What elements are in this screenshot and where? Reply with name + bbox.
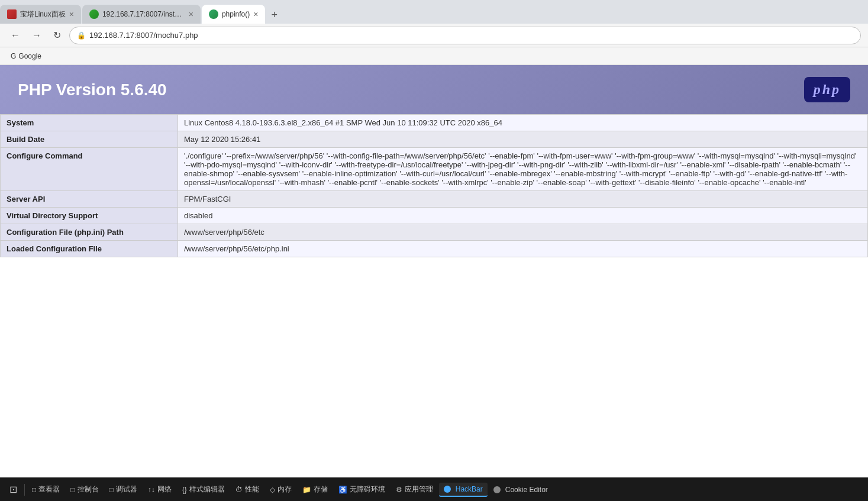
- devtools-console[interactable]: □ 控制台: [66, 482, 103, 497]
- devtools-app-manager[interactable]: ⚙ 应用管理: [391, 482, 438, 497]
- hackbar-icon: [444, 486, 451, 493]
- table-value: /www/server/php/56/etc: [178, 224, 868, 241]
- table-row: Configuration File (php.ini) Path/www/se…: [1, 224, 868, 241]
- address-bar[interactable]: 🔒 192.168.7.17:8007/mochu7.php: [69, 27, 861, 44]
- tab-close-install[interactable]: ×: [189, 9, 193, 19]
- table-value: FPM/FastCGI: [178, 191, 868, 208]
- table-key: Server API: [1, 191, 178, 208]
- table-row: Configure Command'./configure' '--prefix…: [1, 148, 868, 191]
- php-version: PHP Version 5.6.40: [18, 80, 167, 99]
- cookie-icon: [493, 486, 501, 493]
- bookmarks-bar: G Google: [0, 47, 868, 65]
- tab-install[interactable]: 192.168.7.17:8007/install/ind ×: [82, 5, 201, 24]
- table-row: Server APIFPM/FastCGI: [1, 191, 868, 208]
- devtools-cookie-editor[interactable]: Cookie Editor: [489, 483, 553, 496]
- tab-close-phpinfo[interactable]: ×: [253, 9, 258, 19]
- tab-icon-phpinfo: [209, 9, 218, 19]
- tab-label-baidu: 宝塔Linux面板: [20, 9, 66, 20]
- refresh-button[interactable]: ↻: [50, 28, 64, 42]
- table-value: disabled: [178, 208, 868, 224]
- bookmark-label: Google: [18, 52, 41, 60]
- table-value: Linux Centos8 4.18.0-193.6.3.el8_2.x86_6…: [178, 115, 868, 131]
- devtools-memory[interactable]: ◇ 内存: [265, 482, 296, 497]
- back-button[interactable]: ←: [7, 29, 24, 42]
- main-content: PHP Version 5.6.40 php SystemLinux Cento…: [0, 65, 868, 477]
- google-icon: G: [11, 52, 16, 60]
- phpinfo-page: PHP Version 5.6.40 php SystemLinux Cento…: [0, 65, 868, 257]
- table-key: Configuration File (php.ini) Path: [1, 224, 178, 241]
- forward-button[interactable]: →: [28, 29, 45, 42]
- devtools-pointer[interactable]: ⊡: [5, 481, 22, 497]
- devtools-debugger[interactable]: □ 调试器: [105, 482, 142, 497]
- lock-icon: 🔒: [77, 31, 86, 40]
- table-row: Loaded Configuration File/www/server/php…: [1, 241, 868, 257]
- devtools-hackbar[interactable]: HackBar: [439, 483, 488, 497]
- table-key: Virtual Directory Support: [1, 208, 178, 224]
- devtools-inspector[interactable]: □ 查看器: [27, 482, 64, 497]
- tab-phpinfo[interactable]: phpinfo() ×: [202, 5, 266, 24]
- tab-icon-install: [89, 9, 99, 19]
- tab-baidu[interactable]: 宝塔Linux面板 ×: [0, 5, 81, 24]
- devtools-sep-1: [24, 484, 25, 496]
- nav-bar: ← → ↻ 🔒 192.168.7.17:8007/mochu7.php: [0, 24, 868, 47]
- new-tab-button[interactable]: +: [266, 7, 282, 24]
- table-key: System: [1, 115, 178, 131]
- table-value: May 12 2020 15:26:41: [178, 131, 868, 148]
- table-row: SystemLinux Centos8 4.18.0-193.6.3.el8_2…: [1, 115, 868, 131]
- table-key: Loaded Configuration File: [1, 241, 178, 257]
- table-value: './configure' '--prefix=/www/server/php/…: [178, 148, 868, 191]
- table-key: Build Date: [1, 131, 178, 148]
- table-key: Configure Command: [1, 148, 178, 191]
- php-logo: php: [804, 77, 850, 102]
- bookmark-google[interactable]: G Google: [7, 51, 45, 62]
- php-header: PHP Version 5.6.40 php: [0, 65, 868, 114]
- browser-chrome: 宝塔Linux面板 × 192.168.7.17:8007/install/in…: [0, 0, 868, 65]
- tab-label-phpinfo: phpinfo(): [222, 10, 250, 18]
- tab-icon-baidu: [7, 9, 17, 19]
- address-text: 192.168.7.17:8007/mochu7.php: [89, 31, 853, 40]
- tab-label-install: 192.168.7.17:8007/install/ind: [102, 10, 185, 18]
- devtools-network[interactable]: ↑↓ 网络: [143, 482, 176, 497]
- table-row: Virtual Directory Supportdisabled: [1, 208, 868, 224]
- phpinfo-table: SystemLinux Centos8 4.18.0-193.6.3.el8_2…: [0, 114, 868, 257]
- devtools-performance[interactable]: ⏱ 性能: [231, 482, 264, 497]
- table-row: Build DateMay 12 2020 15:26:41: [1, 131, 868, 148]
- devtools-bar: ⊡ □ 查看器 □ 控制台 □ 调试器 ↑↓ 网络 {} 样式编辑器 ⏱ 性能 …: [0, 477, 868, 501]
- table-value: /www/server/php/56/etc/php.ini: [178, 241, 868, 257]
- devtools-accessibility[interactable]: ♿ 无障碍环境: [334, 482, 390, 497]
- tab-close-baidu[interactable]: ×: [69, 9, 74, 19]
- tab-bar: 宝塔Linux面板 × 192.168.7.17:8007/install/in…: [0, 0, 868, 24]
- devtools-style-editor[interactable]: {} 样式编辑器: [178, 482, 230, 497]
- devtools-storage[interactable]: 📁 存储: [298, 482, 333, 497]
